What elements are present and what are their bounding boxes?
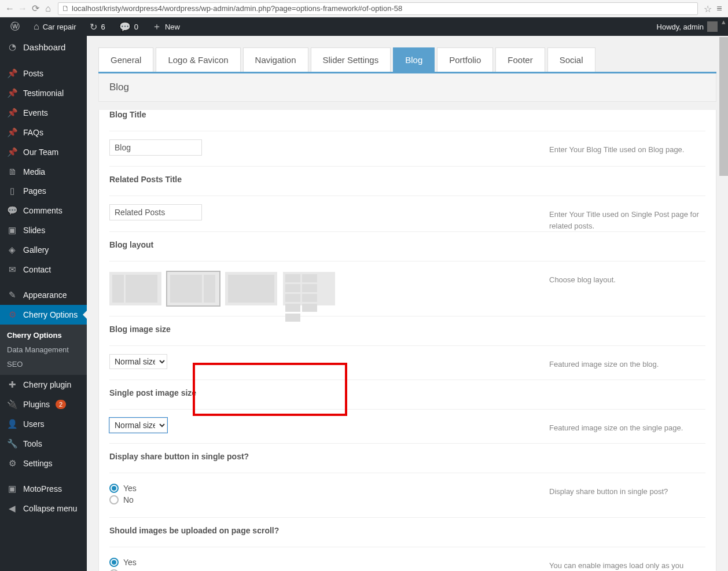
site-name[interactable]: ⌂Car repair bbox=[29, 17, 80, 36]
blog-title-input[interactable] bbox=[109, 139, 202, 156]
sidebar-item-tools[interactable]: 🔧Tools bbox=[0, 434, 87, 454]
sidebar-subitem-cherry-options[interactable]: Cherry Options bbox=[0, 328, 87, 342]
lazyload-yes-radio[interactable]: Yes bbox=[109, 558, 543, 567]
wordpress-icon: ⓦ bbox=[10, 21, 20, 33]
comments-pending[interactable]: 💬0 bbox=[115, 17, 143, 36]
my-account[interactable]: Howdy, admin bbox=[652, 17, 722, 36]
browser-chrome: ← → ⟳ ⌂ 🗋 localhost/kristy/wordpress4/wo… bbox=[0, 0, 728, 17]
motopress-icon: ▣ bbox=[7, 484, 17, 494]
sidebar-subitem-data-management[interactable]: Data Management bbox=[0, 342, 87, 357]
menu-icon: ◈ bbox=[7, 245, 17, 255]
option-label: Single post image size bbox=[109, 388, 705, 397]
sidebar-item-label: Users bbox=[23, 419, 45, 429]
new-content[interactable]: ＋New bbox=[148, 17, 185, 36]
sidebar-item-pages[interactable]: ▯Pages bbox=[0, 181, 87, 201]
sidebar-item-cherry-options[interactable]: ⚙Cherry Options bbox=[0, 305, 87, 325]
menu-icon: 👤 bbox=[7, 419, 17, 429]
sidebar-item-testimonial[interactable]: 📌Testimonial bbox=[0, 83, 87, 103]
howdy-text: Howdy, admin bbox=[657, 23, 704, 31]
option-help: Choose blog layout. bbox=[543, 261, 705, 316]
sidebar-item-contact[interactable]: ✉Contact bbox=[0, 260, 87, 279]
layout-option-fullwidth[interactable] bbox=[225, 272, 277, 305]
tab-logo-favicon[interactable]: Logo & Favicon bbox=[156, 47, 240, 72]
reload-icon[interactable]: ⟳ bbox=[29, 2, 42, 15]
count-badge: 2 bbox=[56, 400, 66, 409]
collapse-menu[interactable]: ◀Collapse menu bbox=[0, 499, 87, 518]
sidebar-item-events[interactable]: 📌Events bbox=[0, 103, 87, 123]
tab-footer[interactable]: Footer bbox=[495, 47, 545, 72]
scroll-up-icon[interactable]: ▴ bbox=[719, 17, 728, 36]
menu-icon: 📌 bbox=[7, 68, 17, 79]
sidebar-item-motopress[interactable]: ▣MotoPress bbox=[0, 479, 87, 499]
tab-portfolio[interactable]: Portfolio bbox=[437, 47, 493, 72]
back-icon[interactable]: ← bbox=[3, 2, 16, 15]
url-bar[interactable]: 🗋 localhost/kristy/wordpress4/wordpress/… bbox=[58, 2, 698, 15]
sidebar-item-appearance[interactable]: ✎Appearance bbox=[0, 285, 87, 305]
collapse-icon: ◀ bbox=[7, 503, 17, 514]
menu-icon: ⚙ bbox=[7, 458, 17, 469]
option-help: Enter Your Title used on Single Post pag… bbox=[543, 196, 705, 231]
sidebar-item-slides[interactable]: ▣Slides bbox=[0, 220, 87, 240]
content-scrollbar[interactable] bbox=[719, 36, 728, 571]
radio-label: Yes bbox=[123, 558, 137, 567]
layout-option-left-sidebar[interactable] bbox=[109, 272, 161, 305]
share-no-radio[interactable]: No bbox=[109, 495, 543, 504]
avatar bbox=[707, 21, 718, 32]
sidebar-item-settings[interactable]: ⚙Settings bbox=[0, 454, 87, 473]
option-help: Enter Your Blog Title used on Blog page. bbox=[543, 131, 705, 166]
section-title: Blog bbox=[98, 73, 716, 102]
wp-logo[interactable]: ⓦ bbox=[6, 17, 24, 36]
tab-social[interactable]: Social bbox=[547, 47, 595, 72]
radio-icon bbox=[109, 558, 119, 567]
menu-icon: ✚ bbox=[7, 380, 17, 390]
comment-icon: 💬 bbox=[119, 21, 131, 32]
tab-blog[interactable]: Blog bbox=[393, 47, 435, 72]
layout-option-grid[interactable] bbox=[283, 272, 335, 305]
sidebar-item-users[interactable]: 👤Users bbox=[0, 414, 87, 434]
home-icon: ⌂ bbox=[34, 21, 39, 32]
sidebar-item-plugins[interactable]: 🔌Plugins 2 bbox=[0, 395, 87, 414]
browser-menu-icon[interactable]: ≡ bbox=[714, 3, 725, 14]
sidebar-item-gallery[interactable]: ◈Gallery bbox=[0, 240, 87, 260]
site-name-label: Car repair bbox=[43, 23, 76, 31]
radio-icon bbox=[109, 484, 119, 493]
sidebar-item-posts[interactable]: 📌Posts bbox=[0, 64, 87, 83]
menu-icon: 📌 bbox=[7, 127, 17, 138]
brush-icon: ✎ bbox=[7, 290, 17, 300]
sidebar-item-label: Gallery bbox=[23, 245, 49, 255]
menu-icon: 💬 bbox=[7, 205, 17, 216]
content-area: GeneralLogo & FaviconNavigationSlider Se… bbox=[87, 36, 728, 571]
admin-sidebar: ◔Dashboard📌Posts📌Testimonial📌Events📌FAQs… bbox=[0, 36, 87, 571]
sidebar-item-cherry-plugin[interactable]: ✚Cherry plugin bbox=[0, 375, 87, 395]
layout-option-right-sidebar[interactable] bbox=[167, 272, 219, 305]
option-label: Blog layout bbox=[109, 240, 705, 249]
sidebar-item-media[interactable]: 🗎Media bbox=[0, 162, 87, 181]
menu-icon: 📌 bbox=[7, 147, 17, 157]
sidebar-item-faqs[interactable]: 📌FAQs bbox=[0, 123, 87, 142]
radio-label: No bbox=[123, 495, 134, 504]
blog-image-size-select[interactable]: Normal size bbox=[109, 354, 167, 369]
sidebar-item-label: Cherry Options bbox=[23, 310, 78, 319]
related-posts-title-input[interactable] bbox=[109, 204, 202, 220]
tab-general[interactable]: General bbox=[98, 47, 153, 72]
sidebar-item-label: Testimonial bbox=[23, 89, 64, 98]
option-label: Blog image size bbox=[109, 325, 705, 334]
sidebar-item-label: Events bbox=[23, 108, 48, 117]
wp-admin-bar: ⓦ ⌂Car repair ↻6 💬0 ＋New Howdy, admin ▴ bbox=[0, 17, 728, 36]
share-yes-radio[interactable]: Yes bbox=[109, 484, 543, 493]
sidebar-item-label: Cherry plugin bbox=[23, 380, 71, 389]
sidebar-item-label: Pages bbox=[23, 186, 46, 196]
bookmark-icon[interactable]: ☆ bbox=[704, 3, 714, 14]
tab-navigation[interactable]: Navigation bbox=[243, 47, 308, 72]
sidebar-item-dashboard[interactable]: ◔Dashboard bbox=[0, 36, 87, 58]
updates[interactable]: ↻6 bbox=[85, 17, 109, 36]
sidebar-subitem-seo[interactable]: SEO bbox=[0, 357, 87, 371]
tab-slider-settings[interactable]: Slider Settings bbox=[311, 47, 391, 72]
forward-icon[interactable]: → bbox=[16, 2, 29, 15]
options-panel: Blog Title Enter Your Blog Title used on… bbox=[98, 110, 716, 571]
home-icon[interactable]: ⌂ bbox=[42, 2, 54, 15]
sidebar-item-our-team[interactable]: 📌Our Team bbox=[0, 142, 87, 162]
sidebar-item-comments[interactable]: 💬Comments bbox=[0, 201, 87, 220]
single-post-image-size-select[interactable]: Normal size bbox=[109, 418, 167, 433]
menu-icon: ✉ bbox=[7, 264, 17, 275]
